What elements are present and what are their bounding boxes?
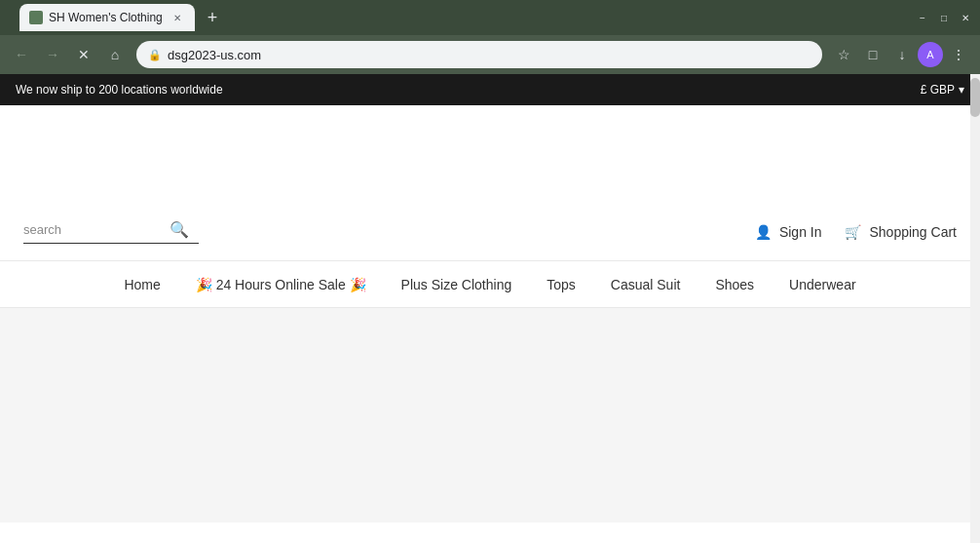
logo-area bbox=[0, 105, 980, 203]
address-input-wrapper[interactable]: 🔒 dsg2023-us.com bbox=[136, 41, 822, 68]
tab-bar: SH Women's Clothing ✕ + − □ ✕ bbox=[0, 0, 980, 35]
currency-label: £ GBP bbox=[921, 83, 955, 97]
downloads-button[interactable]: ↓ bbox=[888, 41, 916, 68]
nav-item-home[interactable]: Home bbox=[124, 277, 160, 292]
close-button[interactable]: ✕ bbox=[959, 11, 972, 24]
forward-button[interactable]: → bbox=[39, 41, 66, 68]
minimize-button[interactable]: − bbox=[916, 11, 929, 24]
active-tab[interactable]: SH Women's Clothing ✕ bbox=[19, 4, 195, 31]
nav-item-casual-suit[interactable]: Casual Suit bbox=[611, 277, 681, 292]
scrollbar-thumb[interactable] bbox=[970, 78, 980, 117]
nav-item-shoes[interactable]: Shoes bbox=[715, 277, 754, 292]
tab-title: SH Women's Clothing bbox=[49, 11, 164, 24]
menu-button[interactable]: ⋮ bbox=[945, 41, 972, 68]
cart-icon: 🛒 bbox=[845, 224, 861, 240]
search-wrapper: 🔍 bbox=[23, 220, 199, 244]
announcement-bar: We now ship to 200 locations worldwide £… bbox=[0, 74, 980, 105]
sign-in-label: Sign In bbox=[779, 224, 822, 240]
search-icon: 🔍 bbox=[170, 221, 189, 238]
maximize-button[interactable]: □ bbox=[937, 11, 951, 24]
header-actions: 👤 Sign In 🛒 Shopping Cart bbox=[755, 224, 957, 240]
tab-favicon bbox=[29, 11, 43, 24]
new-tab-button[interactable]: + bbox=[199, 4, 226, 31]
nav-item-sale[interactable]: 🎉 24 Hours Online Sale 🎉 bbox=[196, 277, 366, 292]
announcement-text: We now ship to 200 locations worldwide bbox=[16, 83, 223, 97]
search-button[interactable]: 🔍 bbox=[170, 220, 189, 239]
lock-icon: 🔒 bbox=[148, 49, 162, 61]
nav-item-plus-size[interactable]: Plus Size Clothing bbox=[401, 277, 512, 292]
cart-label: Shopping Cart bbox=[869, 224, 957, 240]
browser-actions: ☆ □ ↓ A ⋮ bbox=[830, 41, 972, 68]
page-content: We now ship to 200 locations worldwide £… bbox=[0, 74, 980, 523]
nav-item-tops[interactable]: Tops bbox=[547, 277, 576, 292]
window-controls: − □ ✕ bbox=[916, 11, 972, 24]
address-text: dsg2023-us.com bbox=[168, 48, 810, 62]
bookmark-button[interactable]: ☆ bbox=[830, 41, 857, 68]
main-content bbox=[0, 308, 980, 523]
search-input[interactable] bbox=[23, 222, 170, 237]
currency-selector[interactable]: £ GBP ▾ bbox=[921, 83, 964, 97]
address-bar: ← → ✕ ⌂ 🔒 dsg2023-us.com ☆ □ ↓ A ⋮ bbox=[0, 35, 980, 74]
shopping-cart-button[interactable]: 🛒 Shopping Cart bbox=[845, 224, 957, 240]
tab-close-button[interactable]: ✕ bbox=[170, 10, 185, 25]
currency-chevron-icon: ▾ bbox=[959, 83, 964, 97]
sign-in-button[interactable]: 👤 Sign In bbox=[755, 224, 822, 240]
scrollbar[interactable] bbox=[970, 74, 980, 543]
home-button[interactable]: ⌂ bbox=[101, 41, 129, 68]
person-icon: 👤 bbox=[755, 224, 772, 240]
nav-item-underwear[interactable]: Underwear bbox=[789, 277, 855, 292]
reload-button[interactable]: ✕ bbox=[70, 41, 97, 68]
nav-bar: Home 🎉 24 Hours Online Sale 🎉 Plus Size … bbox=[0, 261, 980, 308]
extensions-button[interactable]: □ bbox=[859, 41, 886, 68]
header-bar: 🔍 👤 Sign In 🛒 Shopping Cart bbox=[0, 203, 980, 261]
profile-button[interactable]: A bbox=[918, 42, 943, 67]
back-button[interactable]: ← bbox=[8, 41, 35, 68]
